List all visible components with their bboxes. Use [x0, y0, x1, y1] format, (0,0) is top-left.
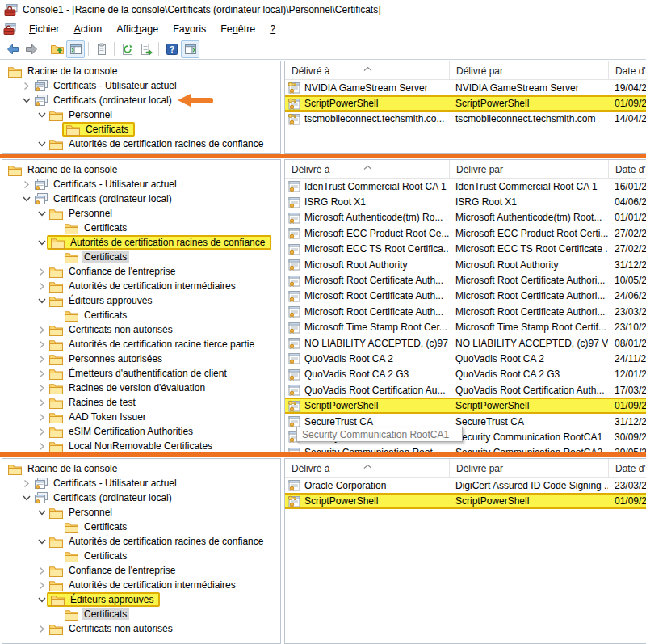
tree-node[interactable]: Confiance de l'entreprise	[2, 264, 280, 279]
certificate-row[interactable]: Microsoft Authenticode(tm) Ro... Microso…	[285, 210, 646, 225]
menu-fenetre[interactable]: Fenêtre	[213, 21, 262, 37]
expander-icon[interactable]	[21, 178, 31, 191]
tree-node[interactable]: Autorités de certification racines de co…	[2, 534, 280, 549]
up-level-icon[interactable]	[48, 40, 66, 58]
expander-icon[interactable]	[52, 520, 62, 533]
expander-icon[interactable]	[36, 593, 47, 606]
tree-node[interactable]: eSIM Certification Authorities	[2, 424, 280, 439]
certificate-row[interactable]: tscmobileconnect.techsmith.co... tscmobi…	[285, 112, 646, 127]
certificate-row[interactable]: QuoVadis Root Certification Au... QuoVad…	[285, 382, 646, 398]
refresh-icon[interactable]	[118, 40, 136, 58]
tree-node[interactable]: Certificats (ordinateur local)	[2, 93, 280, 107]
column-header-issued-by[interactable]: Délivré par	[449, 160, 608, 178]
tree-node[interactable]: AAD Token Issuer	[2, 410, 280, 424]
tree-node[interactable]: Émetteurs d'authentification de client	[2, 366, 280, 381]
expander-icon[interactable]	[36, 564, 47, 577]
tree-node[interactable]: Certificats	[2, 250, 280, 264]
certificate-row[interactable]: ScriptPowerShell ScriptPowerShell 01/09/…	[285, 493, 646, 508]
column-header-issued-to[interactable]: Délivré à	[285, 61, 449, 79]
tree-node[interactable]: Autorités de certification racine tierce…	[2, 337, 280, 351]
certificate-row[interactable]: NO LIABILITY ACCEPTED, (c)97 ... NO LIAB…	[285, 335, 646, 351]
certificate-row[interactable]: Microsoft Root Certificate Auth... Micro…	[285, 304, 646, 319]
column-header-issued-to[interactable]: Délivré à	[285, 160, 449, 178]
expander-icon[interactable]	[36, 410, 47, 423]
tree-node[interactable]: Certificats	[2, 520, 280, 534]
certificate-row[interactable]: Oracle Corporation DigiCert Assured ID C…	[285, 478, 646, 493]
tree-node[interactable]: Racine de la console	[2, 461, 280, 476]
expander-icon[interactable]	[36, 137, 47, 150]
expander-icon[interactable]	[21, 192, 31, 205]
menu-fichier[interactable]: Fichier	[22, 21, 67, 37]
expander-icon[interactable]	[52, 608, 62, 621]
expander-icon[interactable]	[21, 477, 31, 490]
tree-node[interactable]: Certificats	[2, 122, 280, 137]
tree-node[interactable]: Local NonRemovable Certificates	[2, 439, 280, 452]
expander-icon[interactable]	[36, 207, 47, 220]
tree-node[interactable]: Certificats	[2, 607, 280, 621]
expander-icon[interactable]	[36, 338, 47, 351]
tree-node[interactable]: Racine de la console	[2, 162, 280, 177]
tree-node[interactable]: Personnel	[2, 505, 280, 520]
tree-node[interactable]: Certificats	[2, 308, 280, 322]
expander-icon[interactable]	[36, 579, 47, 591]
expander-icon[interactable]	[36, 506, 47, 519]
certificate-row[interactable]: ISRG Root X1 ISRG Root X1 04/06/20	[285, 194, 646, 209]
tree-node[interactable]: Certificats - Utilisateur actuel	[2, 78, 280, 93]
certificate-row[interactable]: Microsoft Root Authority Microsoft Root …	[285, 257, 646, 272]
expander-icon[interactable]	[36, 535, 47, 548]
certificate-row[interactable]: QuoVadis Root CA 2 G3 QuoVadis Root CA 2…	[285, 367, 646, 382]
expander-icon[interactable]	[52, 309, 62, 322]
certificate-row[interactable]: NVIDIA GameStream Server NVIDIA GameStre…	[285, 80, 646, 95]
tree-node[interactable]: Certificats non autorisés	[2, 322, 280, 337]
expander-icon[interactable]	[36, 440, 47, 452]
expander-icon[interactable]	[36, 425, 47, 438]
expander-icon[interactable]	[52, 123, 62, 136]
tree-node[interactable]: Certificats (ordinateur local)	[2, 192, 280, 206]
column-header-expiry-date[interactable]: Date d'ex	[608, 160, 646, 178]
expander-icon[interactable]	[36, 294, 47, 307]
help-icon[interactable]	[162, 40, 181, 58]
expander-icon[interactable]	[36, 367, 47, 380]
column-header-issued-by[interactable]: Délivré par	[449, 459, 608, 477]
tree-node[interactable]: Racine de la console	[2, 64, 280, 78]
expander-icon[interactable]	[36, 236, 47, 249]
console-tree-toggle-icon[interactable]	[66, 40, 85, 58]
certificate-row[interactable]: Security Communication Root... Security …	[285, 445, 646, 452]
tree-node[interactable]: Autorités de certification racines de co…	[2, 235, 280, 250]
expander-icon[interactable]	[36, 622, 47, 635]
expander-icon[interactable]	[21, 79, 31, 92]
tree-node[interactable]: Personnel	[2, 107, 280, 122]
certificate-row[interactable]: Microsoft Root Certificate Auth... Micro…	[285, 272, 646, 288]
menu-aide[interactable]: ?	[262, 21, 283, 37]
expander-icon[interactable]	[36, 352, 47, 365]
tree-node[interactable]: Certificats (ordinateur local)	[2, 490, 280, 505]
tree-node[interactable]: Certificats - Utilisateur actuel	[2, 177, 280, 192]
column-header-issued-to[interactable]: Délivré à	[285, 459, 449, 477]
tree-node[interactable]: Autorités de certification racines de co…	[2, 137, 280, 151]
back-icon[interactable]	[3, 40, 22, 58]
column-header-expiry-date[interactable]: Date d'ex	[608, 459, 646, 477]
certificate-row[interactable]: QuoVadis Root CA 2 QuoVadis Root CA 2 24…	[285, 351, 646, 366]
action-pane-toggle-icon[interactable]	[181, 40, 199, 58]
tree-node[interactable]: Éditeurs approuvés	[2, 592, 280, 607]
tree-node[interactable]: Personnes autorisées	[2, 351, 280, 366]
tree-node[interactable]: Autorités de certification intermédiaire…	[2, 279, 280, 293]
certificate-row[interactable]: Microsoft Time Stamp Root Cer... Microso…	[285, 320, 646, 335]
certificate-row[interactable]: ScriptPowerShell ScriptPowerShell 01/09/…	[285, 398, 646, 413]
tree-node[interactable]: Certificats	[2, 221, 280, 235]
tree-node[interactable]: Certificats non autorisés	[2, 621, 280, 636]
menu-affichage[interactable]: Affichage	[109, 21, 166, 37]
tree-node[interactable]: Certificats - Utilisateur actuel	[2, 476, 280, 490]
expander-icon[interactable]	[52, 221, 62, 234]
menu-action[interactable]: Action	[67, 21, 110, 37]
expander-icon[interactable]	[36, 323, 47, 336]
console-window-icon[interactable]	[3, 23, 16, 36]
expander-icon[interactable]	[36, 396, 47, 409]
tree-node[interactable]: Éditeurs approuvés	[2, 293, 280, 308]
expander-icon[interactable]	[52, 549, 62, 562]
tree-node[interactable]: Certificats	[2, 549, 280, 563]
forward-icon[interactable]	[22, 40, 40, 58]
expander-icon[interactable]	[21, 491, 31, 504]
export-list-icon[interactable]	[136, 40, 155, 58]
expander-icon[interactable]	[36, 108, 47, 121]
